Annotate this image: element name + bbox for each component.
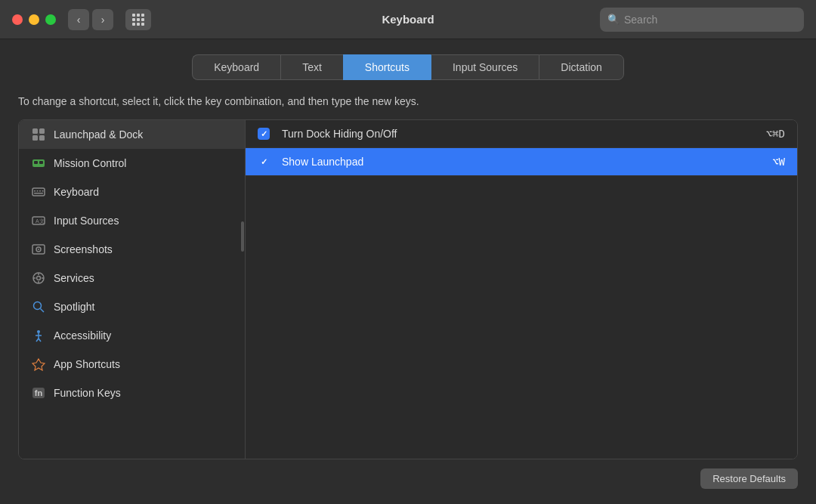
right-panel: ✓ Turn Dock Hiding On/Off ⌥⌘D ✓ Show Lau… [246,120,797,459]
shortcut-keys-show-launchpad: ⌥W [772,156,785,168]
svg-rect-3 [39,135,45,141]
description-text: To change a shortcut, select it, click t… [18,95,798,107]
sidebar-item-screenshots[interactable]: Screenshots [19,235,245,264]
input-sources-icon: A 文 [31,213,46,228]
shortcut-name-dock-hiding: Turn Dock Hiding On/Off [282,128,754,140]
nav-buttons: ‹ › [68,9,113,30]
accessibility-icon [31,328,46,343]
svg-point-18 [38,249,39,250]
tabs: Keyboard Text Shortcuts Input Sources Di… [18,54,798,80]
svg-line-26 [41,309,45,313]
svg-rect-12 [34,193,43,194]
tab-keyboard[interactable]: Keyboard [192,54,280,80]
sidebar-label-spotlight: Spotlight [54,301,94,313]
tab-text[interactable]: Text [280,54,343,80]
back-button[interactable]: ‹ [68,9,89,30]
svg-rect-8 [34,190,36,192]
search-box: 🔍 [600,8,804,32]
svg-marker-32 [32,359,45,370]
grid-button[interactable] [125,9,151,30]
sidebar-label-function-keys: Function Keys [54,387,121,399]
mission-control-icon [31,156,46,171]
bottom-bar: Restore Defaults [18,459,798,489]
svg-rect-0 [32,128,38,134]
scrollbar-thumb[interactable] [241,221,244,252]
sidebar-item-function-keys[interactable]: fn Function Keys [19,379,245,407]
fullscreen-button[interactable] [45,14,56,25]
tab-shortcuts[interactable]: Shortcuts [343,54,431,80]
restore-defaults-button[interactable]: Restore Defaults [700,468,798,489]
svg-line-31 [39,339,41,342]
minimize-button[interactable] [29,14,39,25]
svg-rect-9 [37,190,39,192]
sidebar-label-accessibility: Accessibility [54,329,111,342]
forward-button[interactable]: › [92,9,113,30]
sidebar-item-app-shortcuts[interactable]: App Shortcuts [19,350,245,379]
sidebar-item-spotlight[interactable]: Spotlight [19,292,245,321]
svg-rect-5 [34,161,38,164]
shortcut-row-show-launchpad[interactable]: ✓ Show Launchpad ⌥W [246,148,797,176]
keyboard-icon [31,184,46,199]
check-icon: ✓ [261,129,267,139]
shortcut-name-show-launchpad: Show Launchpad [282,156,760,168]
sidebar: Launchpad & Dock Mission Control [19,120,246,459]
svg-rect-11 [42,190,44,192]
sidebar-item-input-sources[interactable]: A 文 Input Sources [19,206,245,235]
tab-dictation[interactable]: Dictation [539,54,623,80]
check-icon-2: ✓ [261,157,267,167]
close-button[interactable] [12,14,23,25]
screenshots-icon [31,242,46,257]
sidebar-label-app-shortcuts: App Shortcuts [54,358,120,370]
sidebar-item-accessibility[interactable]: Accessibility [19,321,245,350]
services-icon [31,271,46,286]
checkbox-dock-hiding[interactable]: ✓ [258,128,270,140]
sidebar-label-services: Services [54,272,94,284]
svg-point-25 [34,302,42,310]
main-content: Keyboard Text Shortcuts Input Sources Di… [0,39,816,504]
shortcut-row-dock-hiding[interactable]: ✓ Turn Dock Hiding On/Off ⌥⌘D [246,120,797,148]
sidebar-item-mission-control[interactable]: Mission Control [19,149,245,178]
function-keys-icon: fn [31,385,46,400]
sidebar-label-input-sources: Input Sources [54,215,119,227]
titlebar: ‹ › Keyboard 🔍 [0,0,816,39]
sidebar-label-mission-control: Mission Control [54,157,126,169]
shortcut-keys-dock-hiding: ⌥⌘D [766,128,785,140]
svg-rect-2 [32,135,38,141]
sidebar-item-services[interactable]: Services [19,264,245,292]
sidebar-item-launchpad[interactable]: Launchpad & Dock [19,120,245,149]
search-icon: 🔍 [607,14,620,25]
sidebar-label-keyboard: Keyboard [54,186,99,198]
app-shortcuts-icon [31,357,46,372]
fn-label: fn [32,388,45,398]
grid-icon [132,14,144,26]
svg-rect-7 [32,188,45,196]
traffic-lights [12,14,56,25]
shortcuts-panel: Launchpad & Dock Mission Control [18,119,798,459]
launchpad-icon [31,127,46,142]
sidebar-item-keyboard[interactable]: Keyboard [19,178,245,206]
svg-rect-10 [39,190,41,192]
window-title: Keyboard [382,13,434,26]
search-input[interactable] [624,14,796,26]
svg-rect-1 [39,128,45,134]
sidebar-label-launchpad: Launchpad & Dock [54,128,143,141]
tab-input-sources[interactable]: Input Sources [431,54,539,80]
checkbox-show-launchpad[interactable]: ✓ [258,156,270,168]
spotlight-icon [31,299,46,314]
svg-rect-6 [39,161,43,164]
sidebar-label-screenshots: Screenshots [54,243,113,255]
svg-point-27 [37,330,40,333]
svg-point-20 [37,277,41,280]
svg-text:文: 文 [39,218,45,224]
